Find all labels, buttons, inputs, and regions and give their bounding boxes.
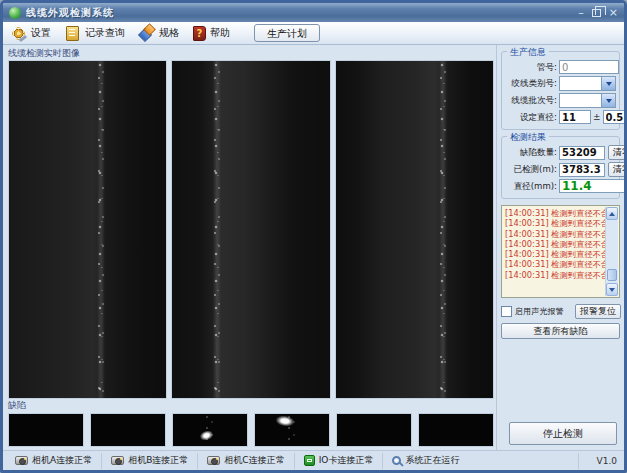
magnifier-icon	[392, 456, 401, 465]
stop-detection-button[interactable]: 停止检测	[509, 422, 617, 445]
tolerance-input[interactable]	[603, 110, 627, 124]
clear-defect-count-button[interactable]: 清零	[608, 145, 627, 160]
alarm-reset-button[interactable]: 报警复位	[575, 304, 621, 319]
log-entry: [14:00:31] 检测到直径不合格	[505, 239, 595, 248]
settings-icon	[11, 25, 27, 41]
measured-length-row: 已检测(m): 清零	[505, 162, 616, 177]
camera-b-view	[171, 60, 330, 399]
defect-thumbnails	[8, 413, 494, 447]
batch-number-select[interactable]	[559, 93, 616, 108]
log-entry: [14:00:31] 检测到直径不合格	[505, 250, 595, 259]
camera-a-view	[8, 60, 167, 399]
diameter-row: 直径(mm):	[505, 179, 616, 193]
set-diameter-row: 设定直径: ±	[505, 110, 616, 124]
strand-class-select[interactable]	[559, 76, 616, 91]
view-all-defects-button[interactable]: 查看所有缺陷	[501, 323, 620, 339]
camera-views	[8, 60, 494, 399]
status-bar: 相机A连接正常 相机B连接正常 相机C连接正常 IO卡连接正常 系统正在运行 V…	[3, 450, 624, 470]
log-scrollbar[interactable]	[605, 207, 618, 296]
status-running: 系统正在运行	[383, 453, 579, 469]
strand-class-label: 绞线类别号:	[508, 77, 557, 89]
app-icon	[9, 7, 21, 19]
dropdown-arrow-icon[interactable]	[601, 94, 615, 107]
scroll-down-icon[interactable]	[606, 283, 618, 296]
toolbar-item-help[interactable]: ? 帮助	[193, 26, 230, 41]
detection-results-group: 检测结果 缺陷数量: 清零 已检测(m): 清零 直径(mm):	[501, 136, 620, 199]
defect-thumbnail[interactable]	[172, 413, 248, 447]
camera-icon	[207, 456, 220, 465]
strand-class-row: 绞线类别号:	[505, 76, 616, 91]
title-bar: 线缆外观检测系统 – ×	[3, 3, 624, 22]
tube-number-input[interactable]	[559, 60, 619, 74]
status-camera-b-label: 相机B连接正常	[128, 454, 188, 467]
tube-number-label: 管号:	[508, 61, 557, 73]
close-button[interactable]: ×	[609, 7, 618, 18]
toolbar-item-records[interactable]: 记录查询	[65, 25, 125, 41]
window-controls: – ×	[578, 7, 618, 18]
record-query-icon	[65, 25, 81, 41]
dropdown-arrow-icon[interactable]	[601, 77, 615, 90]
camera-c-view	[335, 60, 494, 399]
diameter-label: 直径(mm):	[508, 180, 557, 192]
batch-number-label: 线缆批次号:	[508, 94, 557, 106]
log-entry: [14:00:31] 检测到直径不合格	[505, 260, 595, 269]
spec-icon	[139, 25, 155, 41]
scrollbar-thumb[interactable]	[607, 269, 617, 281]
sound-light-alarm-label: 启用声光报警	[515, 306, 564, 318]
status-camera-a: 相机A连接正常	[6, 453, 102, 469]
records-label: 记录查询	[85, 26, 125, 40]
cable-edge-highlight	[213, 61, 221, 398]
set-diameter-input[interactable]	[559, 110, 591, 124]
defect-thumbnail[interactable]	[336, 413, 412, 447]
cable-edge-highlight	[97, 61, 105, 398]
clear-measured-length-button[interactable]: 清零	[608, 162, 627, 177]
app-window: 线缆外观检测系统 – × 设置 记录查询 规格 ? 帮助 生产计划 线缆检测实	[0, 0, 627, 473]
help-label: 帮助	[210, 26, 230, 40]
version-label: V1.0	[579, 456, 621, 466]
help-book-icon: ?	[193, 26, 206, 41]
toolbar: 设置 记录查询 规格 ? 帮助 生产计划	[3, 22, 624, 45]
toolbar-item-spec[interactable]: 规格	[139, 25, 179, 41]
toolbar-item-settings[interactable]: 设置	[11, 25, 51, 41]
io-card-icon	[304, 455, 315, 466]
spec-label: 规格	[159, 26, 179, 40]
production-plan-button[interactable]: 生产计划	[254, 24, 320, 42]
minimize-button[interactable]: –	[578, 7, 584, 18]
defect-thumbnail[interactable]	[254, 413, 330, 447]
diameter-value[interactable]	[559, 179, 627, 193]
main-area: 线缆检测实时图像 缺陷	[3, 45, 624, 450]
cable-edge-highlight	[439, 61, 447, 398]
alarm-log-list[interactable]: [14:00:31] 检测到直径不合格 [14:00:31] 检测到直径不合格 …	[501, 205, 620, 298]
status-io-card: IO卡连接正常	[295, 453, 384, 469]
detection-results-title: 检测结果	[507, 131, 549, 144]
defect-count-value[interactable]	[559, 146, 605, 160]
defect-thumbnail[interactable]	[90, 413, 166, 447]
defect-strip-title: 缺陷	[8, 399, 494, 411]
log-entry: [14:00:31] 检测到直径不合格	[505, 229, 595, 238]
camera-icon	[15, 456, 28, 465]
production-info-title: 生产信息	[507, 46, 549, 59]
status-running-label: 系统正在运行	[405, 454, 459, 467]
status-camera-b: 相机B连接正常	[102, 453, 198, 469]
settings-label: 设置	[31, 26, 51, 40]
status-io-label: IO卡连接正常	[319, 454, 374, 467]
log-entry: [14:00:31] 检测到直径不合格	[505, 208, 595, 217]
sound-light-alarm-checkbox[interactable]	[501, 306, 512, 317]
production-info-group: 生产信息 管号: 绞线类别号: 线缆批次号:	[501, 51, 620, 130]
window-title: 线缆外观检测系统	[26, 6, 114, 20]
defect-count-row: 缺陷数量: 清零	[505, 145, 616, 160]
measured-length-value[interactable]	[559, 163, 605, 177]
live-image-panel: 线缆检测实时图像 缺陷	[3, 45, 496, 450]
restore-button[interactable]	[592, 9, 601, 17]
defect-thumbnail[interactable]	[8, 413, 84, 447]
log-entry: [14:00:31] 检测到直径不合格	[505, 270, 595, 279]
defect-thumbnail[interactable]	[418, 413, 494, 447]
log-entry: [14:00:31] 检测到直径不合格	[505, 219, 595, 228]
tube-number-row: 管号:	[505, 60, 616, 74]
alarm-options-row: 启用声光报警 报警复位	[501, 304, 620, 319]
plus-minus-sign: ±	[593, 112, 601, 122]
live-image-title: 线缆检测实时图像	[8, 47, 494, 59]
status-camera-c: 相机C连接正常	[198, 453, 294, 469]
scroll-up-icon[interactable]	[606, 207, 618, 220]
defect-count-label: 缺陷数量:	[508, 146, 557, 158]
